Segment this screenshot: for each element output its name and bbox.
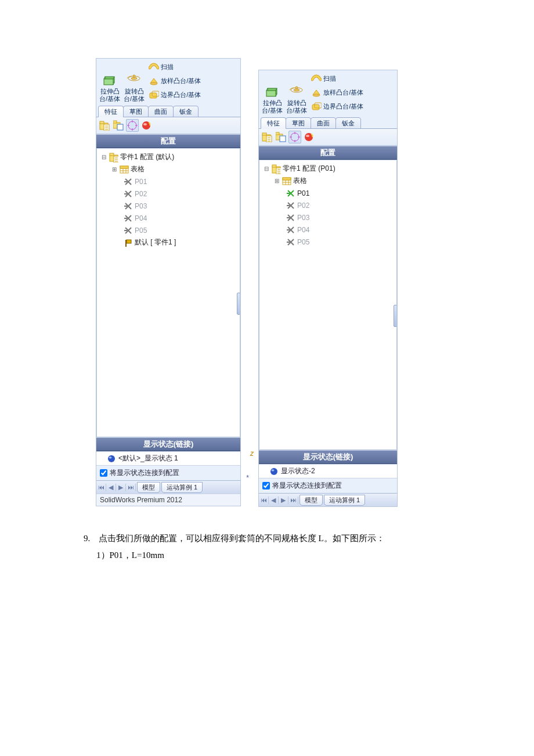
- nav-prev-icon[interactable]: ◀: [106, 484, 116, 491]
- tree-tables[interactable]: ⊞ 表格: [100, 163, 240, 175]
- tab-feature[interactable]: 特征: [261, 117, 286, 129]
- link-display-state-row[interactable]: 将显示状态连接到配置: [259, 478, 397, 493]
- sweep-icon: [149, 62, 159, 72]
- revolve-boss-button[interactable]: 旋转凸 台/基体: [284, 71, 309, 116]
- loft-button[interactable]: 放样凸台/基体: [149, 74, 201, 88]
- tree-config-item-active[interactable]: P01: [263, 187, 396, 199]
- bottom-tabbar: ⏮ ◀ ▶ ⏭ 模型 运动算例 1: [259, 493, 397, 506]
- collapse-icon[interactable]: ⊟: [100, 154, 107, 160]
- solidworks-panel-left: 拉伸凸 台/基体 旋转凸 台/基体 扫描: [96, 58, 241, 506]
- sweep-button[interactable]: 扫描: [149, 60, 201, 74]
- nav-next-icon[interactable]: ▶: [279, 496, 288, 504]
- splitter-handle[interactable]: [394, 305, 397, 327]
- config-x-icon: [124, 189, 133, 199]
- tree-config-item[interactable]: P04: [263, 224, 396, 236]
- nav-first-icon[interactable]: ⏮: [259, 496, 269, 504]
- propertymanager-icon[interactable]: [112, 119, 125, 132]
- ribbon-toolbar: 拉伸凸 台/基体 旋转凸 台/基体 扫描: [259, 70, 397, 116]
- revolve-label-2: 台/基体: [286, 107, 307, 114]
- tree-default-config[interactable]: 默认 [ 零件1 ]: [100, 236, 240, 249]
- expand-icon[interactable]: ⊞: [111, 166, 118, 172]
- sheet-nav-buttons[interactable]: ⏮ ◀ ▶ ⏭: [259, 496, 298, 504]
- config-tree[interactable]: ⊟ 零件1 配置 (P01) ⊞ 表格 P01: [259, 160, 397, 450]
- nav-prev-icon[interactable]: ◀: [269, 496, 279, 504]
- revolve-label-1: 旋转凸: [287, 99, 306, 107]
- status-bar: SolidWorks Premium 2012: [96, 494, 240, 506]
- link-display-state-checkbox[interactable]: [262, 482, 270, 489]
- tree-root-label: 零件1 配置 (P01): [283, 164, 335, 174]
- sheet-tab-motion[interactable]: 运动算例 1: [324, 495, 365, 506]
- origin-marker: *: [246, 474, 249, 482]
- config-header: 配置: [259, 146, 397, 160]
- extrude-boss-button[interactable]: 拉伸凸 台/基体: [98, 60, 122, 104]
- extrude-icon: [102, 70, 118, 87]
- appearance-icon[interactable]: [302, 131, 315, 143]
- config-x-icon: [124, 226, 133, 235]
- boundary-button[interactable]: 边界凸台/基体: [149, 88, 201, 102]
- nav-first-icon[interactable]: ⏮: [96, 484, 106, 491]
- tab-surface[interactable]: 曲面: [148, 106, 174, 117]
- tab-surface[interactable]: 曲面: [311, 117, 336, 129]
- tab-sketch[interactable]: 草图: [286, 117, 311, 129]
- boundary-button[interactable]: 边界凸台/基体: [311, 99, 363, 113]
- config-item-label: P04: [297, 226, 309, 234]
- tab-sheetmetal[interactable]: 钣金: [335, 117, 361, 129]
- tree-config-item[interactable]: P05: [100, 224, 240, 236]
- tree-root[interactable]: ⊟ 零件1 配置 (P01): [263, 163, 396, 175]
- sheet-tab-model[interactable]: 模型: [137, 482, 160, 493]
- tab-sheetmetal[interactable]: 钣金: [173, 106, 199, 117]
- loft-label: 放样凸台/基体: [323, 88, 363, 97]
- config-x-icon: [286, 225, 295, 235]
- nav-next-icon[interactable]: ▶: [116, 484, 126, 491]
- sheet-nav-buttons[interactable]: ⏮ ◀ ▶ ⏭: [96, 484, 136, 491]
- display-state-area: 显示状态-2: [259, 464, 397, 478]
- tree-root[interactable]: ⊟ 零件1 配置 (默认): [100, 151, 240, 163]
- extrude-boss-button[interactable]: 拉伸凸 台/基体: [260, 71, 284, 116]
- tab-feature[interactable]: 特征: [98, 106, 124, 117]
- propertymanager-icon[interactable]: [275, 131, 287, 143]
- config-item-label: P04: [135, 214, 147, 222]
- config-x-icon: [286, 237, 295, 247]
- tree-config-item[interactable]: P03: [100, 200, 240, 212]
- sweep-button[interactable]: 扫描: [311, 71, 363, 85]
- default-config-label: 默认 [ 零件1 ]: [135, 237, 176, 247]
- sheet-tab-motion[interactable]: 运动算例 1: [161, 482, 203, 493]
- display-state-item[interactable]: <默认>_显示状态 1: [96, 452, 240, 465]
- revolve-label-2: 台/基体: [124, 95, 145, 103]
- flag-icon: [124, 238, 133, 247]
- boundary-icon: [311, 101, 322, 111]
- config-x-icon: [286, 201, 295, 210]
- tab-sketch[interactable]: 草图: [123, 106, 149, 117]
- tree-config-item[interactable]: P01: [100, 175, 240, 188]
- link-display-state-checkbox[interactable]: [100, 469, 107, 477]
- link-display-state-row[interactable]: 将显示状态连接到配置: [96, 465, 240, 480]
- expand-icon[interactable]: ⊞: [273, 178, 280, 184]
- tree-config-item[interactable]: P05: [263, 236, 396, 248]
- featuremanager-icon[interactable]: [261, 131, 273, 143]
- appearance-icon[interactable]: [140, 119, 153, 132]
- revolve-boss-button[interactable]: 旋转凸 台/基体: [122, 60, 146, 104]
- config-item-label: P03: [135, 202, 147, 210]
- featuremanager-icon[interactable]: [98, 119, 111, 132]
- ribbon-toolbar: 拉伸凸 台/基体 旋转凸 台/基体 扫描: [96, 59, 240, 104]
- config-tree[interactable]: ⊟ 零件1 配置 (默认) ⊞ 表格 P01: [96, 148, 240, 437]
- tree-tables[interactable]: ⊞ 表格: [263, 175, 396, 187]
- splitter-handle[interactable]: [237, 293, 240, 315]
- config-active-icon: [286, 189, 295, 198]
- configmanager-icon[interactable]: [126, 119, 139, 132]
- config-item-label: P03: [297, 214, 309, 222]
- tree-config-item[interactable]: P02: [263, 199, 396, 211]
- display-state-header: 显示状态(链接): [96, 437, 240, 451]
- configmanager-icon[interactable]: [288, 131, 301, 143]
- display-state-item[interactable]: 显示状态-2: [259, 465, 397, 478]
- nav-last-icon[interactable]: ⏭: [288, 496, 298, 504]
- tree-config-item[interactable]: P02: [100, 188, 240, 200]
- nav-last-icon[interactable]: ⏭: [126, 484, 136, 491]
- tree-config-item[interactable]: P04: [100, 212, 240, 224]
- loft-button[interactable]: 放样凸台/基体: [311, 85, 363, 99]
- tree-config-item[interactable]: P03: [263, 211, 396, 224]
- sphere-icon: [107, 454, 116, 463]
- collapse-icon[interactable]: ⊟: [263, 165, 270, 172]
- sheet-tab-model[interactable]: 模型: [300, 495, 323, 506]
- tree-tables-label: 表格: [293, 176, 307, 186]
